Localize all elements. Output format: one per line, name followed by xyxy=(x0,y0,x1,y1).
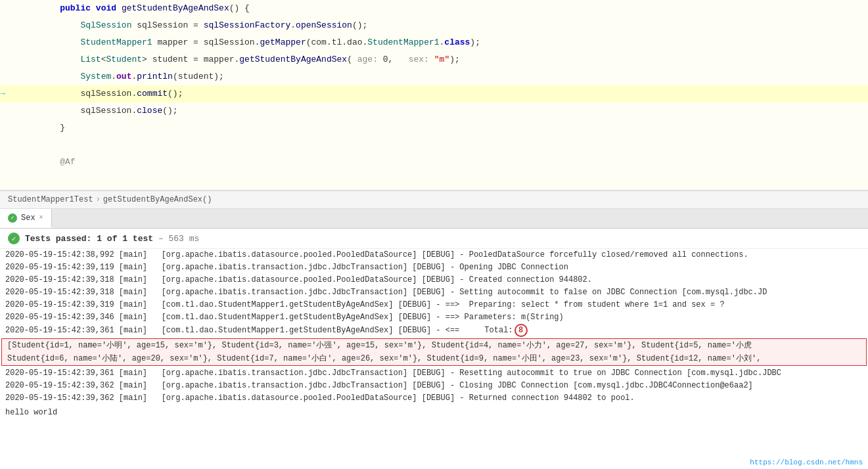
pass-label: Tests passed: xyxy=(25,234,91,244)
log-line-7: 2020-05-19-15:42:39,361 [main] [com.tl.d… xyxy=(0,324,868,337)
result-box: [Student{id=1, name='小明', age=15, sex='m… xyxy=(1,338,867,366)
code-line-6: → sqlSession.commit(); xyxy=(0,85,868,102)
tab-close-button[interactable]: × xyxy=(39,214,43,221)
tab-sex[interactable]: ✓ Sex × xyxy=(0,209,52,228)
breadcrumb-separator: › xyxy=(96,195,101,204)
code-line-10: @Af xyxy=(0,154,868,171)
pass-count: 1 of 1 test xyxy=(97,234,153,244)
hello-line: hello world xyxy=(0,405,868,420)
tab-label: Sex xyxy=(21,213,35,223)
tab-pass-icon: ✓ xyxy=(8,213,17,223)
code-editor: public void getStudentByAgeAndSex() { Sq… xyxy=(0,0,868,190)
method-name: getStudentByAgeAndSex xyxy=(122,3,229,13)
log-line-1: 2020-05-19-15:42:38,992 [main] [org.apac… xyxy=(0,249,868,261)
pass-icon: ✓ xyxy=(8,233,20,244)
breadcrumb: StudentMapper1Test › getStudentByAgeAndS… xyxy=(0,190,868,209)
code-line-7: sqlSession.close(); xyxy=(0,102,868,120)
watermark: https://blog.csdn.net/hmns xyxy=(750,458,863,466)
total-label: Total: xyxy=(484,324,513,337)
breadcrumb-item-1: StudentMapper1Test xyxy=(8,195,93,204)
tab-bar: ✓ Sex × xyxy=(0,209,868,229)
code-line-5: System.out.println(student); xyxy=(0,68,868,85)
total-value: 8 xyxy=(514,324,528,337)
log-line-2: 2020-05-19-15:42:39,119 [main] [org.apac… xyxy=(0,261,868,274)
pass-text: Tests passed: 1 of 1 test – 563 ms xyxy=(25,234,199,244)
code-line-4: List<Student> student = mapper.getStuden… xyxy=(0,51,868,68)
log-line-5: 2020-05-19-15:42:39,319 [main] [com.tl.d… xyxy=(0,299,868,311)
result-line-1: [Student{id=1, name='小明', age=15, sex='m… xyxy=(7,339,861,352)
code-line-8: } xyxy=(0,120,868,137)
code-line-2: SqlSession sqlSession = sqlSessionFactor… xyxy=(0,17,868,34)
test-pass-bar: ✓ Tests passed: 1 of 1 test – 563 ms xyxy=(0,229,868,249)
log-line-after-2: 2020-05-19-15:42:39,362 [main] [org.apac… xyxy=(0,380,868,392)
code-line-1: public void getStudentByAgeAndSex() { xyxy=(0,0,868,17)
code-line-9 xyxy=(0,137,868,154)
log-line-3: 2020-05-19-15:42:39,318 [main] [org.apac… xyxy=(0,274,868,286)
debug-arrow: → xyxy=(0,87,5,101)
console-area: ✓ Tests passed: 1 of 1 test – 563 ms 202… xyxy=(0,229,868,469)
log-line-4: 2020-05-19-15:42:39,318 [main] [org.apac… xyxy=(0,286,868,299)
log-line-after-1: 2020-05-19-15:42:39,361 [main] [org.apac… xyxy=(0,367,868,380)
code-line-3: StudentMapper1 mapper = sqlSession.getMa… xyxy=(0,34,868,51)
result-line-2: Student{id=6, name='小陆', age=20, sex='m'… xyxy=(7,352,861,365)
log-line-after-3: 2020-05-19-15:42:39,362 [main] [org.apac… xyxy=(0,392,868,405)
log-area: 2020-05-19-15:42:38,992 [main] [org.apac… xyxy=(0,249,868,420)
pass-duration: – 563 ms xyxy=(158,234,199,244)
breadcrumb-item-2: getStudentByAgeAndSex() xyxy=(103,195,212,204)
keyword-public: public xyxy=(60,3,91,13)
keyword-void: void xyxy=(96,3,116,13)
log-line-6: 2020-05-19-15:42:39,346 [main] [com.tl.d… xyxy=(0,311,868,324)
